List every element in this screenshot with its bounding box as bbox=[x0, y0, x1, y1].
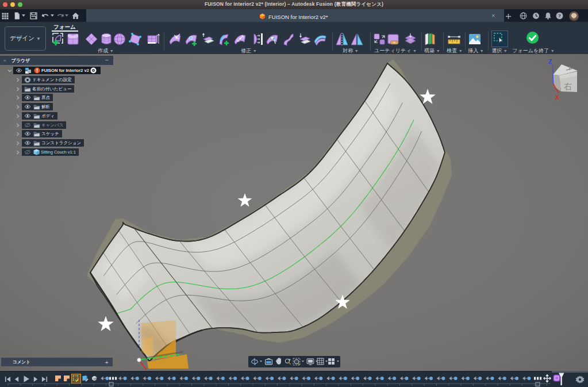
svg-text:X: X bbox=[555, 94, 559, 101]
svg-text:?: ? bbox=[558, 13, 561, 18]
svg-text:右: 右 bbox=[564, 82, 572, 91]
svg-text:Z: Z bbox=[548, 59, 552, 65]
